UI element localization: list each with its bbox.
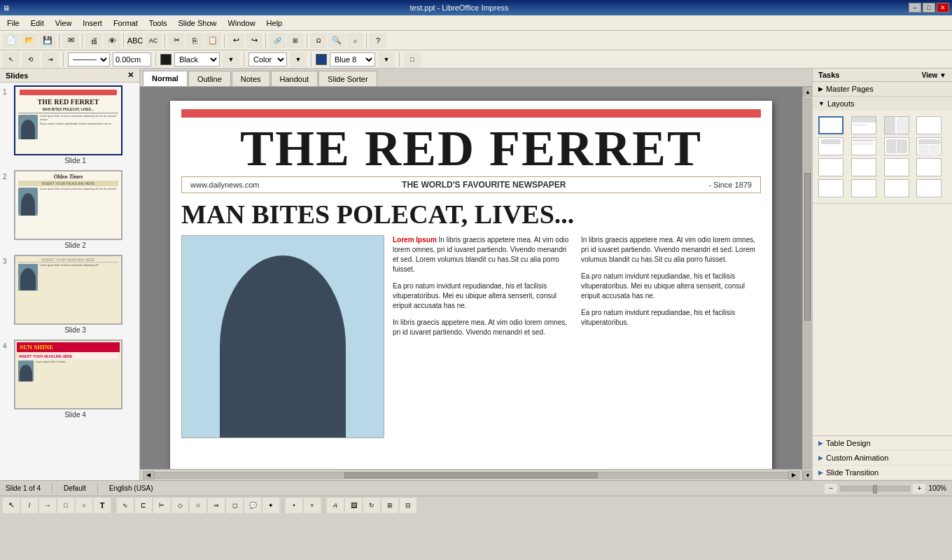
- spellcheck-button[interactable]: ABC: [127, 33, 144, 48]
- custom-animation-item[interactable]: ▶ Custom Animation: [813, 451, 952, 465]
- tasks-view-label[interactable]: View ▼: [922, 71, 946, 79]
- vscroll-up[interactable]: ▲: [803, 87, 812, 97]
- menu-insert[interactable]: Insert: [77, 15, 108, 30]
- draw-stars-btn[interactable]: ✦: [262, 498, 279, 513]
- draw-callouts-btn[interactable]: 💬: [244, 498, 261, 513]
- cut-button[interactable]: ✂: [168, 33, 185, 48]
- layout-thumb-6[interactable]: [851, 137, 876, 155]
- tab-outline[interactable]: Outline: [188, 71, 231, 86]
- draw-lines-btn[interactable]: ⊢: [153, 498, 170, 513]
- layout-thumb-11[interactable]: [884, 158, 909, 176]
- autocorrect-button[interactable]: AC: [145, 33, 162, 48]
- draw-curves-btn[interactable]: ∿: [117, 498, 134, 513]
- paste-button[interactable]: 📋: [204, 33, 221, 48]
- menu-format[interactable]: Format: [108, 15, 144, 30]
- fill-color-select[interactable]: Blue 8: [330, 52, 375, 66]
- chars-button[interactable]: Ω: [310, 33, 327, 48]
- layout-thumb-5[interactable]: [818, 137, 844, 155]
- draw-rotate-btn[interactable]: ↻: [363, 498, 380, 513]
- layout-thumb-16[interactable]: [916, 179, 941, 197]
- rotate-btn[interactable]: ⟲: [22, 52, 39, 67]
- slide-thumb-3[interactable]: 3 INSERT YOUR HEADLINE HERE Lo: [3, 255, 136, 334]
- draw-symbol-shapes-btn[interactable]: ☆: [190, 498, 206, 513]
- menu-tools[interactable]: Tools: [144, 15, 173, 30]
- hyperlink-button[interactable]: 🔗: [269, 33, 286, 48]
- menu-file[interactable]: File: [1, 15, 25, 30]
- tab-normal[interactable]: Normal: [143, 71, 188, 86]
- draw-text-btn[interactable]: T: [94, 498, 111, 513]
- fill-arrow-btn[interactable]: ▼: [290, 52, 307, 67]
- menu-slideshow[interactable]: Slide Show: [172, 15, 222, 30]
- draw-align-btn[interactable]: ⊞: [382, 498, 398, 513]
- layout-thumb-10[interactable]: [851, 158, 876, 176]
- fill-type-select[interactable]: Color: [248, 52, 287, 66]
- layout-thumb-7[interactable]: [884, 137, 909, 155]
- copy-button[interactable]: ⎘: [186, 33, 203, 48]
- slide-thumb-2[interactable]: 2 Olden Times INSERT YOUR HEADLINE HERE: [3, 170, 136, 249]
- layout-thumb-8[interactable]: [916, 137, 941, 155]
- slide-preview-3[interactable]: INSERT YOUR HEADLINE HERE Lorem ipsum do…: [14, 255, 122, 325]
- draw-ellipse-btn[interactable]: ○: [76, 498, 92, 513]
- shadow-btn[interactable]: □: [404, 52, 421, 67]
- canvas-area[interactable]: THE RED FERRET www.dailynews.com THE WOR…: [140, 87, 802, 469]
- menu-view[interactable]: View: [50, 15, 78, 30]
- draw-flowchart-btn[interactable]: ◻: [226, 498, 243, 513]
- menu-help[interactable]: Help: [261, 15, 288, 30]
- draw-rect-btn[interactable]: □: [57, 498, 74, 513]
- draw-block-arrows-btn[interactable]: ⇒: [208, 498, 225, 513]
- draw-from-file-btn[interactable]: 🖼: [345, 498, 362, 513]
- hscroll-track[interactable]: [154, 472, 788, 479]
- layout-thumb-1[interactable]: [818, 116, 844, 134]
- slide-thumb-4[interactable]: 4 SUN SHINE INSERT YOUR HEADLINE HERE: [3, 340, 136, 419]
- close-button[interactable]: ✕: [937, 3, 949, 13]
- fill-color-arrow-btn[interactable]: ▼: [378, 52, 395, 67]
- table-design-item[interactable]: ▶ Table Design: [813, 436, 952, 451]
- tab-handout[interactable]: Handout: [271, 71, 318, 86]
- help-button[interactable]: ?: [370, 33, 386, 48]
- slide-preview-2[interactable]: Olden Times INSERT YOUR HEADLINE HERE Lo…: [14, 170, 122, 240]
- table-button[interactable]: ⊞: [287, 33, 304, 48]
- draw-arrow-btn[interactable]: →: [39, 498, 56, 513]
- layout-thumb-15[interactable]: [884, 179, 909, 197]
- vertical-scrollbar[interactable]: ▲ ▼: [802, 87, 812, 480]
- vscroll-track[interactable]: [804, 98, 811, 469]
- tab-btn[interactable]: ⇥: [42, 52, 59, 67]
- layout-thumb-12[interactable]: [916, 158, 941, 176]
- hscroll-left[interactable]: ◀: [143, 471, 154, 479]
- draw-distribute-btn[interactable]: ⊟: [400, 498, 416, 513]
- draw-cursor-btn[interactable]: ↖: [3, 498, 20, 513]
- slide-preview-1[interactable]: THE RED FERRET MAN BITES POLECAT, LIVES.…: [14, 85, 122, 155]
- layout-thumb-9[interactable]: [818, 158, 844, 176]
- email-button[interactable]: ✉: [62, 33, 79, 48]
- draw-basic-shapes-btn[interactable]: ◇: [172, 498, 188, 513]
- tab-slide-sorter[interactable]: Slide Sorter: [318, 71, 377, 86]
- draw-connectors-btn[interactable]: ⊏: [135, 498, 152, 513]
- draw-fontwork-btn[interactable]: A: [327, 498, 344, 513]
- line-width-input[interactable]: [113, 52, 151, 66]
- master-pages-header[interactable]: ▶ Master Pages: [813, 82, 952, 96]
- tab-notes[interactable]: Notes: [232, 71, 270, 86]
- layout-thumb-14[interactable]: [851, 179, 876, 197]
- draw-points-btn[interactable]: •: [286, 498, 302, 513]
- menu-window[interactable]: Window: [222, 15, 260, 30]
- layout-thumb-2[interactable]: [851, 116, 876, 134]
- layout-thumb-4[interactable]: [916, 116, 941, 134]
- open-button[interactable]: 📂: [21, 33, 38, 48]
- maximize-button[interactable]: □: [923, 3, 935, 13]
- menu-edit[interactable]: Edit: [25, 15, 50, 30]
- zoom-slider[interactable]: [840, 486, 910, 491]
- vscroll-down[interactable]: ▼: [803, 470, 812, 480]
- redo-button[interactable]: ↪: [246, 33, 262, 48]
- draw-gluepoints-btn[interactable]: +: [304, 498, 321, 513]
- horizontal-scrollbar[interactable]: ◀ ▶: [140, 469, 802, 480]
- save-button[interactable]: 💾: [39, 33, 56, 48]
- slide-preview-4[interactable]: SUN SHINE INSERT YOUR HEADLINE HERE Lore…: [14, 340, 122, 410]
- zoom-out-btn[interactable]: −: [825, 484, 837, 493]
- slide-thumb-1[interactable]: 1 THE RED FERRET MAN BITES POLECAT, LIVE…: [3, 85, 136, 164]
- line-style-select[interactable]: ──────: [68, 52, 110, 66]
- layout-thumb-13[interactable]: [818, 179, 844, 197]
- layouts-header[interactable]: ▼ Layouts: [813, 97, 952, 111]
- line-arrow-btn[interactable]: ▼: [223, 52, 239, 67]
- cursor-mode[interactable]: ↖: [3, 52, 20, 67]
- slides-close-icon[interactable]: ✕: [127, 71, 134, 80]
